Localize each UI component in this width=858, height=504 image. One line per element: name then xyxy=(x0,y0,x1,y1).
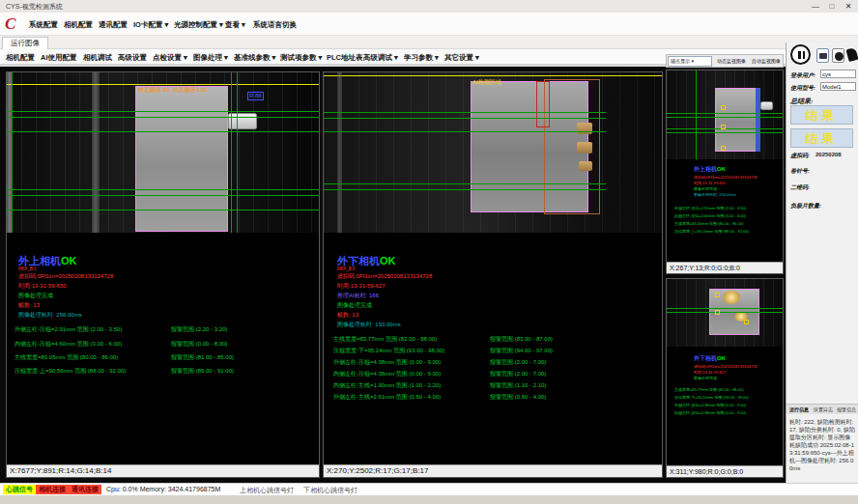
tab-strip: 运行图像 xyxy=(0,36,858,49)
auto-monitor-label[interactable]: 自动监视图像 xyxy=(752,58,781,64)
tab-settings-log[interactable]: 设置日志 xyxy=(814,406,833,412)
record-icon xyxy=(835,52,844,61)
menu-language-switch[interactable]: 系统语言切换 xyxy=(253,20,297,30)
camera-button[interactable] xyxy=(816,48,829,63)
menu-system-config[interactable]: 系统配置 xyxy=(29,20,58,30)
login-user-field[interactable] xyxy=(820,70,856,78)
monitor-panel-1[interactable]: 外上相机OK 虚拟码:0Ff1im=20250208133134728 时间:1… xyxy=(666,70,784,274)
window-minimize-button[interactable]: — xyxy=(808,1,823,12)
camera-icon xyxy=(819,53,827,59)
camera-link-badge: 相机连接 xyxy=(36,485,69,494)
tool-learning-params[interactable]: 学习参数 ▾ xyxy=(404,53,439,63)
tool-camera-debug[interactable]: 相机调试 xyxy=(83,53,112,63)
tool-other-settings[interactable]: 其它设置 ▾ xyxy=(444,53,479,63)
tool-test-params[interactable]: 测试项参数 ▾ xyxy=(280,53,322,63)
tool-advanced-debug[interactable]: 高级调试 ▾ xyxy=(363,53,398,63)
roi-r-label: R:88 xyxy=(247,92,264,100)
camera-image-bottom[interactable]: AI检测区域 xyxy=(324,72,662,233)
window-title: CYS-视觉检测系统 xyxy=(6,2,63,12)
monitor-image-2[interactable] xyxy=(667,279,783,347)
heartbeat-badge: 心跳信号 xyxy=(3,485,36,494)
camera-image-top[interactable]: 静态阈值:93, 动态阈值:100 R:88 xyxy=(7,72,319,233)
sidebar: 登录用户: 使用型号: 总结果: 结果 结果 虚拟码: 20250208 卷针号… xyxy=(786,42,858,483)
frame-line: 帧数: 13 xyxy=(18,302,40,309)
cpu-memory-readout: Cpu: 0.0% Memory: 3424.41796875M xyxy=(106,486,220,492)
hand-cursor-icon xyxy=(845,47,858,62)
ai-elapsed-line: 推理AI耗时: 166 xyxy=(337,293,379,299)
marker-box xyxy=(721,105,726,110)
connector-tab xyxy=(228,113,257,129)
hand-cursor-button[interactable] xyxy=(846,46,858,64)
app-window: CYS-视觉检测系统 — □ ✕ C 系统配置 相机配置 通讯配置 IO卡配置 … xyxy=(0,0,858,504)
camera-subtitle: M6X_B:0 xyxy=(337,266,356,271)
needle-no-label: 卷针号: xyxy=(790,167,810,176)
time-line: 时间:13-31-59-650 xyxy=(18,283,67,290)
menu-camera-config[interactable]: 相机配置 xyxy=(64,20,93,30)
sidebar-tabs: 运行信息 设置日志 报警信息 xyxy=(786,404,858,414)
threshold-label: 静态阈值:93, 动态阈值:100 xyxy=(138,87,207,94)
time-line: 时间:13-31-59-627 xyxy=(337,283,386,290)
ai-region-label: AI检测区域 xyxy=(472,79,501,86)
overlay-line xyxy=(7,84,319,85)
tab-run-info[interactable]: 运行信息 xyxy=(789,406,809,412)
model-label: 使用型号: xyxy=(790,84,815,93)
mini-result-title: 外上相机OK xyxy=(694,165,726,174)
marker-box xyxy=(715,310,720,315)
cam-top-signal-label: 上相机心跳信号灯 xyxy=(240,486,294,495)
menu-view[interactable]: 查看 ▾ xyxy=(225,20,245,30)
camera-view-top[interactable]: 静态阈值:93, 动态阈值:100 R:88 外上相机OK M6X_B:1 虚拟… xyxy=(6,71,320,478)
tool-plc-table[interactable]: PLC地址表 xyxy=(327,53,363,63)
done-line: 图像处理完成 xyxy=(337,302,372,309)
marker-box xyxy=(744,320,749,324)
window-close-button[interactable]: ✕ xyxy=(841,1,856,12)
elapsed-line: 图像处理耗时: 193.00ms xyxy=(337,322,401,328)
dynamic-monitor-label[interactable]: 动态监视图像 xyxy=(717,58,746,64)
electrode-count-label: 负极片数量: xyxy=(790,202,821,210)
defect-box xyxy=(536,81,550,127)
monitor-panel-2[interactable]: 外下相机OK 虚拟码:0Ff1im=20250208133134728 时间:1… xyxy=(666,278,784,478)
done-line: 图像处理完成 xyxy=(18,293,53,299)
marker-box xyxy=(715,293,720,297)
pixel-coord-readout-mini1: X:267;Y:13;R:0;G:0;B:0 xyxy=(667,262,783,273)
tool-image-processing[interactable]: 图像处理 ▾ xyxy=(193,53,228,63)
pixel-coord-readout-bottom: X:270;Y:2502;R:17;G:17;B:17 xyxy=(324,464,662,477)
result-box-2: 结果 xyxy=(790,128,853,148)
pixel-coord-readout-top: X:7677;Y:891;R:14;G:14;B:14 xyxy=(7,464,319,477)
tool-spot-check[interactable]: 点检设置 ▾ xyxy=(153,53,187,63)
bottom-strip xyxy=(0,495,858,504)
tab-run-image[interactable]: 运行图像 xyxy=(2,37,48,49)
camera-subtitle: M6X_B:1 xyxy=(18,266,37,271)
comm-link-badge: 通讯连接 xyxy=(69,485,101,494)
titlebar: CYS-视觉检测系统 — □ ✕ xyxy=(0,0,858,13)
tool-camera-config[interactable]: 相机配置 xyxy=(6,53,35,63)
monitor-image-1[interactable] xyxy=(667,70,783,159)
menu-comm-config[interactable]: 通讯配置 xyxy=(99,20,128,30)
tool-advanced-settings[interactable]: 高级设置 xyxy=(118,53,147,63)
marker-box xyxy=(721,146,726,151)
menu-light-config[interactable]: 光源控制配置 ▾ xyxy=(174,20,223,30)
virtual-code-value: 20250208 xyxy=(815,152,842,157)
tool-ai-config[interactable]: AI使用配置 xyxy=(41,53,77,63)
virtual-code-line: 虚拟码:0Ff1im=20250208133134728 xyxy=(18,273,113,280)
tab-alarm-info[interactable]: 报警信息 xyxy=(837,406,856,412)
cam-bottom-signal-label: 下相机心跳信号灯 xyxy=(303,486,358,495)
login-user-label: 登录用户: xyxy=(790,71,815,80)
pixel-coord-readout-mini2: X:311;Y:980;R:0;G:0;B:0 xyxy=(667,465,783,477)
tool-baseline-params[interactable]: 基准线参数 ▾ xyxy=(234,53,275,63)
menu-io-config[interactable]: IO卡配置 ▾ xyxy=(133,20,168,30)
model-field[interactable] xyxy=(820,82,856,91)
frame-line: 帧数: 13 xyxy=(337,312,358,319)
mini-result-title: 外下相机OK xyxy=(694,354,726,363)
pause-icon xyxy=(798,51,801,59)
record-button[interactable] xyxy=(832,48,844,63)
window-maximize-button[interactable]: □ xyxy=(824,1,840,12)
marker-box xyxy=(721,125,726,129)
menubar: C 系统配置 相机配置 通讯配置 IO卡配置 ▾ 光源控制配置 ▾ 查看 ▾ 系… xyxy=(0,13,858,36)
elapsed-line: 图像处理耗时: 256.00ms xyxy=(18,312,82,319)
status-bar: 心跳信号 相机连接 通讯连接 Cpu: 0.0% Memory: 3424.41… xyxy=(0,483,858,495)
display-mode-label[interactable]: 辅点显示 ▾ xyxy=(671,58,694,64)
pause-button[interactable] xyxy=(790,44,811,65)
camera-view-bottom[interactable]: AI检测区域 外下相机OK M6X_B:0 虚拟码:0Ff1im=2025020… xyxy=(323,71,663,478)
app-logo-icon: C xyxy=(5,14,24,34)
monitor-header: 辅点显示 ▾ 动态监视图像 自动监视图像 xyxy=(666,54,784,68)
